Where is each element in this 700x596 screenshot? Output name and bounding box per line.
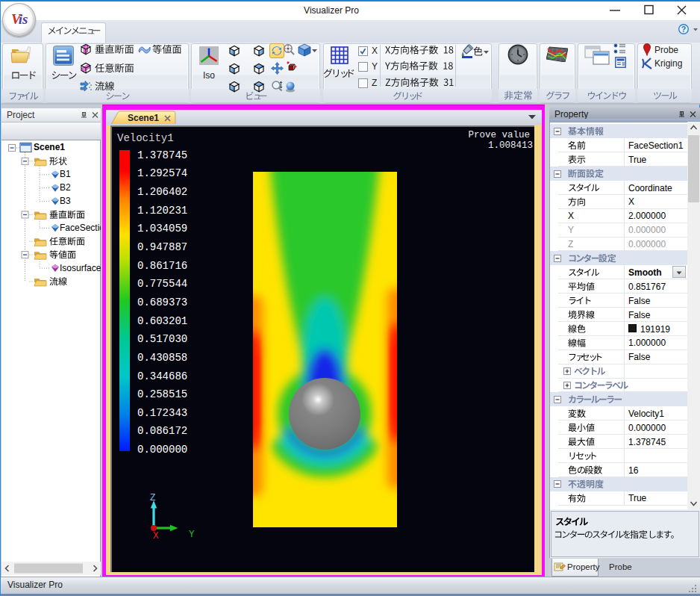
svg-text:Z: Z [150,493,156,503]
svg-text:Y: Y [189,530,195,540]
svg-text:X: X [153,531,159,541]
svg-text:?: ? [681,25,686,34]
